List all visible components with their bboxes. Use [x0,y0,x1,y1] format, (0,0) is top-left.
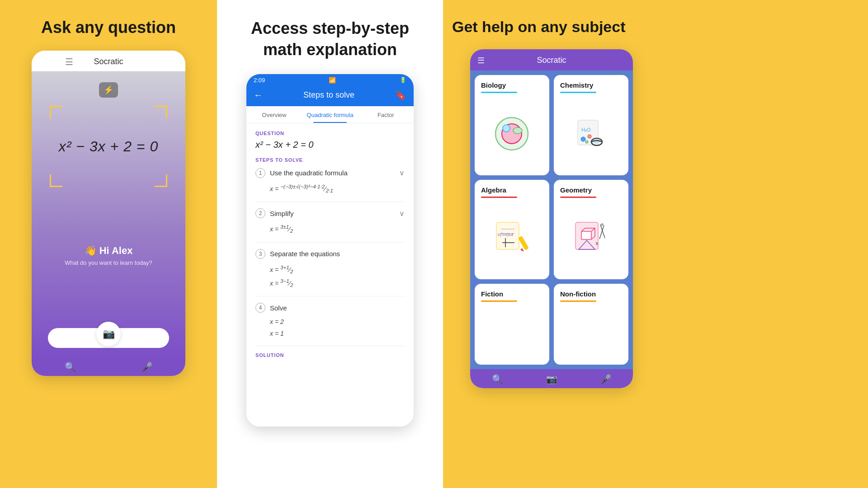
question-label: QUESTION [255,131,405,136]
camera-icon: 📷 [103,328,115,340]
steps-label: STEPS TO SOLVE [255,157,405,163]
phone-mockup-2: 2:09 📶 🔋 ← Steps to solve 🔖 Overview Qua… [246,74,414,427]
algebra-underline [481,197,517,198]
subject-card-fiction[interactable]: Fiction [475,284,549,365]
corner-bl [50,174,62,187]
camera-footer3-icon[interactable]: 📷 [546,374,557,385]
step3-num: 3 [255,249,265,259]
panel3-headline: Get help on any subject [448,18,656,36]
camera-button[interactable]: 📷 [96,322,121,346]
chemistry-icon-area: H₂O [560,97,622,171]
panel-any-subject: Get help on any subject ☰ Socratic Biolo… [443,0,660,488]
phone3-body: Biology [470,70,633,369]
fiction-title: Fiction [481,290,503,298]
menu-icon[interactable]: ☰ [65,56,73,67]
step-2: 2 Simplify ∨ x = 3±1⁄2 [255,208,405,242]
svg-marker-19 [520,248,524,252]
battery-icon: 🔋 [400,77,406,83]
back-button[interactable]: ← [254,90,263,100]
panel1-headline: Ask any question [41,18,176,37]
status-time: 2:09 [254,77,265,84]
step2-chevron[interactable]: ∨ [399,209,405,218]
bookmark-icon[interactable]: 🔖 [395,90,406,101]
step1-header: 1 Use the quadratic formula ∨ [255,168,405,178]
chemistry-underline [560,92,596,93]
step1-num: 1 [255,168,265,178]
torch-icon: ⚡ [104,85,113,95]
fiction-underline [481,300,517,302]
step3-name: Separate the equations [270,250,340,258]
phone2-title: Steps to solve [303,90,354,100]
corner-tl [50,106,62,118]
search-footer-icon[interactable]: 🔍 [65,361,76,372]
biology-title: Biology [481,81,506,89]
step2-content: x = 3±1⁄2 [255,222,405,235]
torch-button[interactable]: ⚡ [99,82,118,98]
geometry-title: Geometry [560,186,592,194]
mic-footer3-icon[interactable]: 🎤 [600,374,612,385]
step-3: 3 Separate the equations x = 3+1⁄2 x = 3… [255,249,405,297]
step3-left: 3 Separate the equations [255,249,340,259]
svg-point-2 [503,125,510,132]
phone1-footer: 🔍 🎤 [32,357,185,376]
solution-label: SOLUTION [255,352,405,358]
phone1-title: Socratic [94,57,123,66]
subject-card-nonfiction[interactable]: Non-fiction [554,284,628,365]
question-equation: x² − 3x + 2 = 0 [255,140,405,150]
greeting-text: 👋 Hi Alex [65,245,152,257]
extra-panel [660,0,868,488]
step-4: 4 Solve x = 2 x = 1 [255,303,405,346]
geometry-underline [560,197,596,198]
tab-factor[interactable]: Factor [358,106,414,123]
algebra-svg: c(½π)≤4 [494,220,530,256]
step4-left: 4 Solve [255,303,287,313]
tab-quadratic[interactable]: Quadratic formula [302,106,358,123]
tab-overview[interactable]: Overview [246,106,302,123]
svg-point-8 [588,135,591,138]
biology-icon-area [481,97,543,171]
search-bar-container: 📷 [39,328,178,352]
subject-card-algebra[interactable]: Algebra c(½π)≤4 [475,180,549,279]
step2-name: Simplify [270,210,294,217]
step4-content: x = 2 x = 1 [255,316,405,339]
biology-svg [493,115,531,153]
mic-footer-icon[interactable]: 🎤 [142,361,153,372]
step-1: 1 Use the quadratic formula ∨ x = −(−3)±… [255,168,405,202]
subject-card-geometry[interactable]: Geometry b [554,180,628,279]
subject-card-chemistry[interactable]: Chemistry H₂O [554,75,628,175]
phone2-body: QUESTION x² − 3x + 2 = 0 STEPS TO SOLVE … [246,123,414,427]
corner-tr [155,106,167,118]
algebra-icon-area: c(½π)≤4 [481,202,543,274]
phone-mockup-1: ☰ Socratic ⚡ x² − 3x + 2 = 0 [32,51,185,376]
greeting-section: 👋 Hi Alex What do you want to learn toda… [65,245,152,271]
step2-header: 2 Simplify ∨ [255,208,405,218]
phone2-status-bar: 2:09 📶 🔋 [246,74,414,86]
svg-line-25 [599,225,604,239]
svg-point-7 [581,137,585,141]
geometry-icon-area: b [560,202,622,274]
step1-name: Use the quadratic formula [270,169,348,177]
phone3-header: ☰ Socratic [470,49,633,70]
nonfiction-underline [560,300,596,302]
svg-text:H₂O: H₂O [581,127,591,132]
step2-left: 2 Simplify [255,208,294,218]
search-footer3-icon[interactable]: 🔍 [492,374,503,385]
status-right: 🔋 [400,77,406,83]
phone3-menu-icon[interactable]: ☰ [477,56,485,66]
equation-display: x² − 3x + 2 = 0 [59,138,158,155]
step3-content: x = 3+1⁄2 x = 3−1⁄2 [255,263,405,290]
chemistry-svg: H₂O [573,116,609,152]
step1-chevron[interactable]: ∨ [399,169,405,177]
greeting-emoji: 👋 [85,245,97,256]
biology-underline [481,92,517,93]
panel-ask-question: Ask any question ☰ Socratic ⚡ x² − 3x + … [0,0,217,488]
phone1-body: ⚡ x² − 3x + 2 = 0 👋 Hi Alex What [32,71,185,357]
svg-point-3 [513,127,522,134]
svg-line-24 [600,225,605,238]
phone1-header: ☰ Socratic [32,51,185,71]
subject-card-biology[interactable]: Biology [475,75,549,175]
chemistry-title: Chemistry [560,81,593,89]
svg-text:c(½π)≤4: c(½π)≤4 [498,232,513,237]
phone-mockup-3: ☰ Socratic Biology [470,49,633,388]
algebra-title: Algebra [481,186,506,194]
